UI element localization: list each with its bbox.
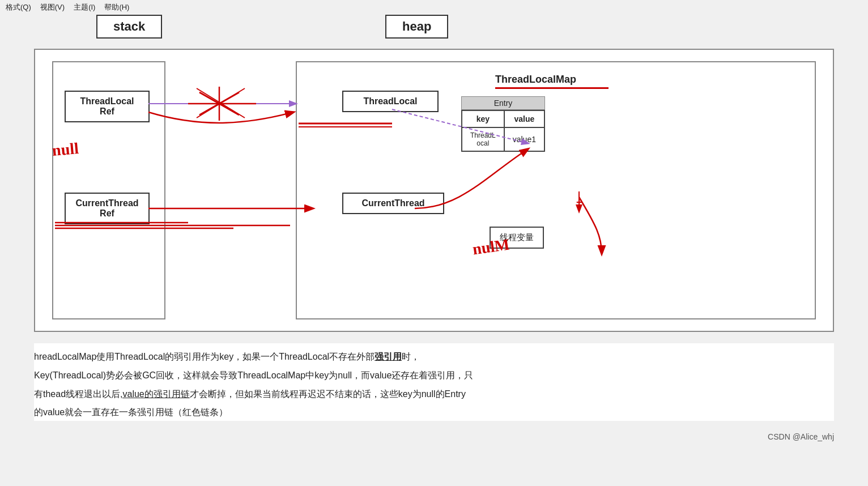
desc-line1: hreadLocalMap使用ThreadLocal的弱引用作为key，如果一个…	[34, 349, 834, 365]
entry-value-header: value	[504, 110, 544, 127]
view-menu[interactable]: 视图(V)	[40, 2, 65, 12]
entry-table: key value ThreadLocal value1	[461, 110, 545, 152]
entry-value-value: value1	[504, 127, 544, 151]
entry-label: Entry	[461, 96, 545, 110]
stack-section: ThreadLocalRef CurrentThreadRef	[52, 61, 165, 319]
entry-container: Entry key value ThreadLocal value1	[461, 96, 545, 152]
outer-box: ThreadLocalRef CurrentThreadRef ThreadLo…	[34, 49, 834, 332]
section-labels-row: stack heap	[34, 15, 834, 49]
desc-line2: Key(ThreadLocal)势必会被GC回收，这样就会导致ThreadLoc…	[34, 368, 834, 384]
main-diagram: ThreadLocalRef CurrentThreadRef ThreadLo…	[34, 49, 834, 332]
svg-line-6	[197, 88, 245, 118]
description: hreadLocalMap使用ThreadLocal的弱引用作为key，如果一个…	[34, 343, 834, 421]
desc-line3: 有thead线程退出以后,value的强引用链才会断掉，但如果当前线程再迟迟不结…	[34, 386, 834, 403]
menubar: 格式(Q) 视图(V) 主题(I) 帮助(H)	[0, 0, 868, 15]
threadlocalmap-underline	[495, 87, 609, 89]
svg-line-1	[199, 92, 239, 115]
format-menu[interactable]: 格式(Q)	[6, 2, 31, 12]
currentthread-ref-node: CurrentThreadRef	[65, 193, 150, 224]
entry-key-header: key	[462, 110, 504, 127]
stack-label: stack	[96, 15, 162, 39]
csdn-credit: CSDN @Alice_whj	[0, 432, 834, 441]
desc-line4: 的value就会一直存在一条强引用链（红色链条）	[34, 404, 834, 421]
svg-line-5	[197, 88, 245, 118]
help-menu[interactable]: 帮助(H)	[104, 2, 129, 12]
heap-section: ThreadLocal CurrentThread ThreadLocalMap…	[296, 61, 816, 319]
heap-label: heap	[385, 15, 448, 39]
entry-key-value: ThreadLocal	[462, 127, 504, 151]
null-handwriting-2: nulM	[471, 236, 510, 259]
svg-line-2	[199, 92, 239, 115]
threadlocalmap-label: ThreadLocalMap	[495, 74, 576, 86]
null-handwriting-1: null	[52, 139, 79, 160]
theme-menu[interactable]: 主题(I)	[74, 2, 95, 12]
threadlocal-node: ThreadLocal	[342, 91, 439, 112]
currentthread-node: CurrentThread	[342, 193, 444, 214]
threadlocal-ref-node: ThreadLocalRef	[65, 91, 150, 122]
